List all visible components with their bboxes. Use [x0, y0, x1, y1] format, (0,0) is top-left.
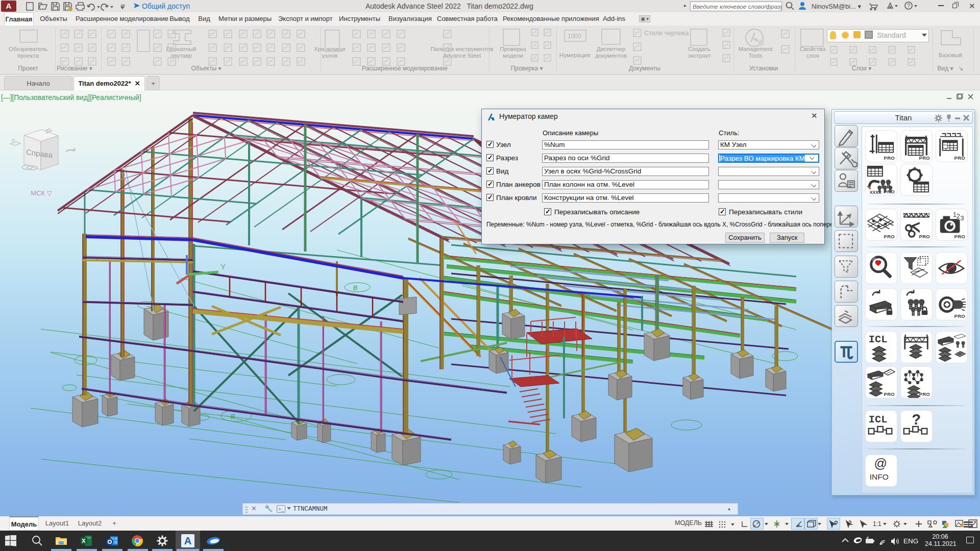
- svg-text:?: ?: [907, 3, 910, 9]
- svg-text:3: 3: [960, 215, 964, 222]
- svg-text:2: 2: [957, 213, 960, 220]
- svg-text:X: X: [82, 538, 86, 544]
- svg-text:B: B: [353, 284, 358, 292]
- svg-text:ICL: ICL: [869, 414, 888, 425]
- svg-text:INFO: INFO: [870, 472, 889, 481]
- svg-text:XXXX: XXXX: [870, 190, 881, 195]
- svg-text:?: ?: [912, 411, 921, 428]
- svg-text:1:1: 1:1: [873, 520, 881, 528]
- svg-text:@: @: [874, 456, 887, 470]
- svg-text:ICL: ICL: [869, 334, 888, 345]
- svg-text:Y: Y: [220, 262, 226, 271]
- svg-text:B: B: [230, 412, 235, 420]
- svg-text:ICL: ICL: [944, 144, 948, 146]
